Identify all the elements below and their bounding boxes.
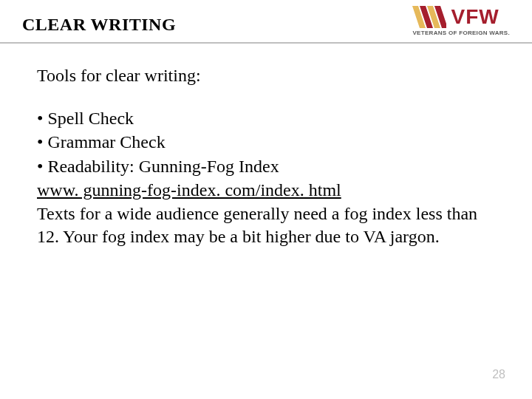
slide-header: CLEAR WRITING VFW VETERANS OF FOREIGN WA… [0,0,532,44]
vfw-logo: VFW VETERANS OF FOREIGN WARS. [412,6,510,36]
body-paragraph: Texts for a wide audience generally need… [37,202,495,248]
bullet-item: • Spell Check [37,106,495,130]
bullet-text: Spell Check [47,109,134,128]
logo-stripes-icon [412,6,446,28]
logo-subtext: VETERANS OF FOREIGN WARS. [412,30,510,36]
logo-text: VFW [451,7,499,27]
page-number: 28 [492,368,505,381]
readability-link[interactable]: www. gunning-fog-index. com/index. html [37,180,341,200]
bullet-item: • Readability: Gunning-Fog Index [37,154,495,178]
bullet-text: Grammar Check [47,132,165,151]
slide-content: Tools for clear writing: • Spell Check •… [0,44,532,248]
logo-row: VFW [412,6,510,28]
intro-text: Tools for clear writing: [37,66,495,86]
bullet-item: • Grammar Check [37,130,495,154]
bullet-list: • Spell Check • Grammar Check • Readabil… [37,106,495,248]
bullet-text: Readability: Gunning-Fog Index [47,157,279,176]
